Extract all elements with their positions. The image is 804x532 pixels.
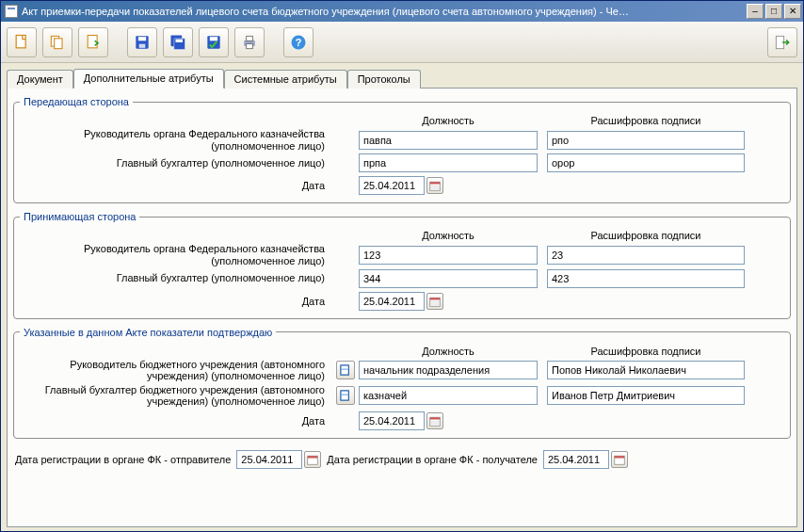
confirm-head-signature-input[interactable] bbox=[547, 361, 745, 379]
col-position-header: Должность bbox=[359, 230, 538, 241]
receiver-acc-label: Главный бухгалтер (уполномоченное лицо) bbox=[20, 272, 330, 284]
calendar-icon bbox=[307, 454, 318, 465]
group-sender: Передающая сторона Должность Расшифровка… bbox=[13, 96, 791, 203]
sender-acc-row: Главный бухгалтер (уполномоченное лицо) bbox=[20, 153, 784, 172]
confirm-acc-position-input[interactable] bbox=[359, 386, 538, 405]
receiver-acc-row: Главный бухгалтер (уполномоченное лицо) bbox=[20, 269, 784, 288]
tab-document[interactable]: Документ bbox=[7, 70, 73, 89]
receiver-acc-signature-input[interactable] bbox=[547, 269, 745, 288]
calendar-icon bbox=[429, 415, 441, 427]
floppy-check-icon bbox=[204, 33, 223, 52]
confirm-acc-lookup-button[interactable] bbox=[336, 386, 355, 405]
sender-date-input[interactable] bbox=[359, 176, 425, 195]
confirm-acc-label: Главный бухгалтер бюджетного учреждения … bbox=[20, 384, 330, 408]
exit-icon bbox=[773, 33, 792, 52]
receiver-date-label: Дата bbox=[20, 296, 330, 307]
confirm-head-label: Руководитель бюджетного учреждения (авто… bbox=[20, 359, 330, 382]
save-all-button[interactable] bbox=[163, 27, 193, 57]
copy-doc-icon bbox=[48, 33, 67, 52]
sender-head-position-input[interactable] bbox=[359, 131, 538, 150]
svg-rect-13 bbox=[247, 36, 253, 40]
svg-rect-9 bbox=[176, 39, 184, 41]
svg-text:?: ? bbox=[296, 37, 302, 48]
close-button[interactable]: ✕ bbox=[784, 4, 801, 19]
calendar-icon bbox=[614, 454, 625, 465]
confirm-head-lookup-button[interactable] bbox=[336, 361, 355, 379]
confirm-date-calendar-button[interactable] bbox=[426, 412, 443, 429]
receiver-head-row: Руководитель органа Федерального казначе… bbox=[20, 243, 784, 266]
svg-rect-11 bbox=[210, 37, 217, 40]
footer-sender-date-input[interactable] bbox=[236, 450, 302, 469]
confirm-date-row: Дата bbox=[20, 411, 784, 430]
floppy-multi-icon bbox=[169, 33, 187, 52]
window: Акт приемки-передачи показателей лицевог… bbox=[0, 0, 804, 532]
footer-sender-calendar-button[interactable] bbox=[304, 451, 321, 468]
export-doc-button[interactable] bbox=[78, 27, 108, 57]
footer-receiver-label: Дата регистрации в органе ФК - получател… bbox=[327, 454, 538, 465]
tab-extra-attributes[interactable]: Дополнительные атрибуты bbox=[73, 69, 224, 89]
confirm-acc-signature-input[interactable] bbox=[547, 386, 745, 405]
sender-acc-signature-input[interactable] bbox=[547, 153, 745, 172]
svg-rect-0 bbox=[16, 35, 25, 47]
book-icon bbox=[339, 363, 352, 377]
print-button[interactable] bbox=[234, 27, 265, 57]
sender-acc-position-input[interactable] bbox=[359, 153, 538, 172]
group-receiver-legend: Принимающая сторона bbox=[20, 211, 139, 222]
save-ok-button[interactable] bbox=[199, 27, 229, 57]
group-sender-legend: Передающая сторона bbox=[20, 96, 133, 107]
receiver-head-signature-input[interactable] bbox=[547, 246, 745, 265]
window-controls: – □ ✕ bbox=[747, 4, 801, 19]
calendar-icon bbox=[429, 180, 441, 191]
confirm-head-position-input[interactable] bbox=[359, 361, 538, 379]
content-area: Документ Дополнительные атрибуты Системн… bbox=[1, 63, 803, 531]
receiver-date-input[interactable] bbox=[359, 292, 425, 311]
help-icon: ? bbox=[289, 33, 308, 52]
svg-rect-27 bbox=[342, 366, 348, 375]
exit-button[interactable] bbox=[767, 27, 797, 57]
save-button[interactable] bbox=[127, 27, 157, 57]
confirm-header-row: Должность Расшифровка подписи bbox=[20, 346, 784, 357]
group-receiver: Принимающая сторона Должность Расшифровк… bbox=[13, 211, 791, 318]
help-button[interactable]: ? bbox=[283, 27, 314, 57]
receiver-acc-position-input[interactable] bbox=[359, 269, 538, 288]
sender-header-row: Должность Расшифровка подписи bbox=[20, 115, 784, 126]
footer-row: Дата регистрации в органе ФК - отправите… bbox=[13, 446, 791, 471]
floppy-icon bbox=[133, 33, 152, 52]
calendar-icon bbox=[429, 296, 441, 307]
toolbar: ? bbox=[1, 22, 803, 63]
col-signature-header: Расшифровка подписи bbox=[547, 115, 745, 126]
sender-date-calendar-button[interactable] bbox=[426, 177, 443, 194]
svg-rect-33 bbox=[430, 417, 441, 419]
receiver-header-row: Должность Расшифровка подписи bbox=[20, 230, 784, 241]
svg-rect-5 bbox=[138, 37, 146, 40]
svg-rect-14 bbox=[247, 43, 253, 48]
tab-protocols[interactable]: Протоколы bbox=[347, 70, 421, 89]
svg-rect-30 bbox=[342, 392, 348, 400]
document-icon bbox=[5, 5, 18, 18]
confirm-date-input[interactable] bbox=[359, 411, 425, 430]
confirm-date-label: Дата bbox=[20, 415, 330, 427]
sender-date-row: Дата bbox=[20, 176, 784, 195]
svg-rect-2 bbox=[55, 38, 62, 48]
svg-rect-39 bbox=[615, 456, 625, 458]
receiver-date-row: Дата bbox=[20, 292, 784, 311]
footer-receiver-date-input[interactable] bbox=[543, 450, 609, 469]
copy-doc-button[interactable] bbox=[42, 27, 72, 57]
receiver-date-calendar-button[interactable] bbox=[426, 293, 443, 310]
tab-panel: Передающая сторона Должность Расшифровка… bbox=[7, 88, 797, 527]
minimize-button[interactable]: – bbox=[747, 4, 764, 19]
col-position-header: Должность bbox=[359, 346, 538, 357]
sender-head-label: Руководитель органа Федерального казначе… bbox=[20, 128, 330, 152]
svg-rect-23 bbox=[430, 298, 441, 299]
sender-date-label: Дата bbox=[20, 180, 330, 191]
sender-head-signature-input[interactable] bbox=[547, 131, 745, 150]
new-doc-button[interactable] bbox=[7, 27, 37, 57]
col-position-header: Должность bbox=[359, 115, 538, 126]
col-signature-header: Расшифровка подписи bbox=[547, 346, 745, 357]
group-confirm: Указанные в данном Акте показатели подтв… bbox=[13, 327, 791, 440]
tab-system-attributes[interactable]: Системные атрибуты bbox=[224, 70, 347, 89]
receiver-head-position-input[interactable] bbox=[359, 246, 538, 265]
footer-receiver-calendar-button[interactable] bbox=[611, 451, 628, 468]
confirm-acc-row: Главный бухгалтер бюджетного учреждения … bbox=[20, 384, 784, 408]
maximize-button[interactable]: □ bbox=[765, 4, 782, 19]
